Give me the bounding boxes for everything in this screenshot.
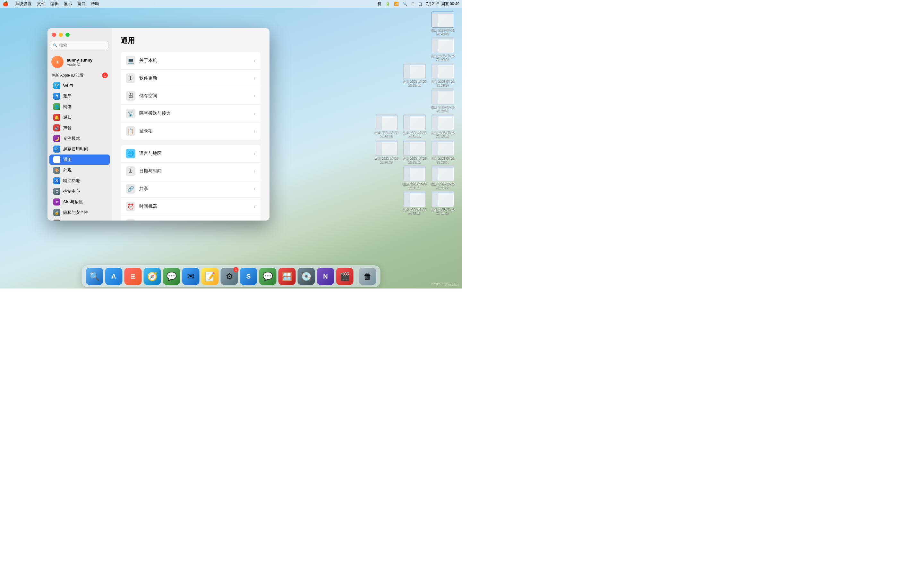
menu-item-window[interactable]: 窗口 (78, 1, 86, 7)
dock-settings[interactable]: ⚙ 1 (221, 268, 238, 285)
sidebar-item-appearance[interactable]: 🎨 外观 (49, 165, 110, 175)
about-icon: 💻 (126, 56, 136, 65)
desktop-label: 桌面与程序坞 (63, 220, 88, 221)
desktop-sidebar-icon: 🖥 (53, 219, 60, 221)
dock-claquette[interactable]: 🎬 (336, 268, 354, 285)
menu-item-display[interactable]: 显示 (64, 1, 72, 7)
dock-trash[interactable]: 🗑 (359, 268, 376, 285)
sidebar-item-wifi[interactable]: Wi-Fi (49, 81, 110, 91)
desktop-file-5[interactable]: 截屏 2023-07-2021.36.16 (373, 114, 399, 139)
dock-wechat[interactable]: 💬 (259, 268, 276, 285)
traffic-lights (52, 33, 69, 37)
settings-badge: 1 (234, 267, 239, 272)
sidebar-item-bluetooth[interactable]: 蓝牙 (49, 91, 110, 101)
about-label: 关于本机 (139, 58, 254, 63)
dock-bootcamp[interactable]: 🪟 (278, 268, 296, 285)
desktop-file-14[interactable]: 截屏 2023-07-2021.31.22 (430, 191, 456, 215)
dock-notes[interactable]: 📝 (202, 268, 219, 285)
desktop-file-8[interactable]: 截屏 2023-07-2021.36.38 (373, 140, 399, 164)
appearance-sidebar-icon: 🎨 (53, 167, 60, 174)
sound-sidebar-icon: 🔊 (53, 124, 60, 131)
row-airdrop[interactable]: 📡 隔空投送与接力 › (121, 105, 260, 122)
desktop-file-4[interactable]: 截屏 2023-07-2021.29.51 (430, 89, 456, 113)
notch-display-icon[interactable]: ◫ (418, 2, 422, 6)
row-transfer[interactable]: 🔄 传输或还原 › (121, 215, 260, 221)
row-sharing[interactable]: 🔗 共享 › (121, 180, 260, 198)
desktop-file-1[interactable]: 截屏 2023-07-2021.29.23 (430, 37, 456, 61)
sharing-chevron: › (254, 186, 255, 191)
sidebar-item-desktop[interactable]: 🖥 桌面与程序坞 (49, 218, 110, 221)
desktop-file-6[interactable]: 截屏 2023-07-2021.34.38 (402, 114, 427, 139)
maximize-button[interactable] (65, 33, 69, 37)
dock-scrivener[interactable]: S (240, 268, 257, 285)
sysprefs-window: 🔍 ☀ sunny sunny Apple ID 更新 Apple ID 设置 … (47, 28, 270, 221)
sidebar-item-screentime[interactable]: ⏱ 屏幕使用时间 (49, 144, 110, 154)
desktop-file-12[interactable]: 截屏 2023-07-2021.31.00 (430, 165, 456, 190)
loginitems-icon: 📋 (126, 126, 136, 136)
dock-mail[interactable]: ✉ (182, 268, 200, 285)
apple-menu[interactable]: 🍎 (3, 1, 9, 7)
row-datetime[interactable]: 🗓 日期与时间 › (121, 163, 260, 180)
menubar-right: 拼 🔋 📶 🔍 ⊡ ◫ 7月21日 周五 00:49 (378, 1, 459, 7)
menu-item-file[interactable]: 文件 (37, 1, 45, 7)
dock-launchpad[interactable]: ⊞ (124, 268, 142, 285)
desktop-file-7[interactable]: 截屏 2023-07-2021.30.10 (430, 114, 456, 139)
desktop-file-9[interactable]: 截屏 2023-07-2021.35.02 (402, 140, 427, 164)
row-lang[interactable]: 🌐 语言与地区 › (121, 145, 260, 163)
desktop-file-2[interactable]: 截屏 2023-07-2021.35.46 (402, 63, 427, 87)
sidebar-item-network[interactable]: 🌐 网络 (49, 102, 110, 112)
sidebar-item-sound[interactable]: 🔊 声音 (49, 123, 110, 133)
menu-item-sysprefs[interactable]: 系统设置 (15, 1, 32, 7)
screentime-label: 屏幕使用时间 (63, 146, 88, 152)
menu-item-help[interactable]: 帮助 (91, 1, 99, 7)
minimize-button[interactable] (59, 33, 63, 37)
menubar-left: 🍎 系统设置 文件 编辑 显示 窗口 帮助 (3, 1, 99, 7)
sidebar-item-controlcenter[interactable]: ⊡ 控制中心 (49, 186, 110, 197)
search-input[interactable] (51, 41, 108, 49)
bluetooth-label: 蓝牙 (63, 93, 71, 99)
transfer-icon: 🔄 (126, 219, 136, 221)
desktop-file-0[interactable]: 截屏 2023-07-2100.49.09 (430, 11, 456, 36)
sidebar-item-privacy[interactable]: 🔒 隐私与安全性 (49, 207, 110, 218)
sidebar: 🔍 ☀ sunny sunny Apple ID 更新 Apple ID 设置 … (47, 28, 111, 221)
battery-icon[interactable]: 🔋 (385, 2, 390, 6)
appleid-row[interactable]: ☀ sunny sunny Apple ID (47, 53, 111, 71)
row-softupdate[interactable]: ⬇ 软件更新 › (121, 69, 260, 87)
sidebar-item-siri[interactable]: 🎙 Siri 与聚焦 (49, 197, 110, 207)
desktop-file-3[interactable]: 截屏 2023-07-2021.29.37 (430, 63, 456, 87)
row-about[interactable]: 💻 关于本机 › (121, 52, 260, 69)
dock-messages[interactable]: 💬 (163, 268, 180, 285)
menu-item-edit[interactable]: 编辑 (50, 1, 59, 7)
control-center-icon[interactable]: ⊡ (411, 2, 415, 6)
softupdate-label: 软件更新 (139, 75, 254, 81)
airdrop-chevron: › (254, 111, 255, 116)
update-badge: 1 (102, 73, 108, 78)
focus-label: 专注模式 (63, 135, 80, 141)
sidebar-item-notifications[interactable]: 🔔 通知 (49, 112, 110, 122)
search-icon[interactable]: 🔍 (403, 2, 407, 6)
row-loginitems[interactable]: 📋 登录项 › (121, 122, 260, 140)
about-chevron: › (254, 58, 255, 63)
input-method-icon[interactable]: 拼 (378, 1, 381, 7)
dock-appstore[interactable]: A (105, 268, 123, 285)
airdrop-icon: 📡 (126, 109, 136, 118)
dock-diskutil[interactable]: 💽 (298, 268, 315, 285)
desktop-file-11[interactable]: 截屏 2023-07-2021.35.18 (402, 165, 427, 190)
update-row[interactable]: 更新 Apple ID 设置 1 (47, 71, 111, 80)
sidebar-item-general[interactable]: ⚙ 通用 (49, 155, 110, 165)
focus-sidebar-icon: 🌙 (53, 135, 60, 142)
row-storage[interactable]: 🗄 储存空间 › (121, 87, 260, 105)
general-sidebar-icon: ⚙ (53, 156, 60, 163)
sidebar-item-accessibility[interactable]: ♿ 辅助功能 (49, 176, 110, 186)
close-button[interactable] (52, 33, 56, 37)
desktop-file-13[interactable]: 截屏 2023-07-2021.35.37 (402, 191, 427, 215)
dock-safari[interactable]: 🧭 (144, 268, 161, 285)
timemachine-chevron: › (254, 204, 255, 209)
desktop-file-10[interactable]: 截屏 2023-07-2021.30.44 (430, 140, 456, 164)
dock-finder[interactable]: 🔍 (86, 268, 103, 285)
row-timemachine[interactable]: ⏰ 时间机器 › (121, 198, 260, 215)
sidebar-item-focus[interactable]: 🌙 专注模式 (49, 133, 110, 143)
wifi-icon[interactable]: 📶 (394, 2, 399, 6)
dock-onenote[interactable]: N (317, 268, 334, 285)
sound-label: 声音 (63, 125, 71, 131)
